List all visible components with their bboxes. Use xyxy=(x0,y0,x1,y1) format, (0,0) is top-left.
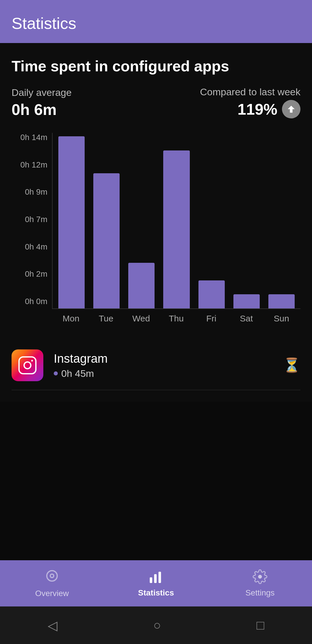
daily-average-value: 0h 6m xyxy=(12,100,72,118)
compared-label: Compared to last week xyxy=(200,86,300,98)
svg-point-1 xyxy=(24,362,31,368)
x-label-thu: Thu xyxy=(163,314,189,323)
app-header: Statistics xyxy=(0,0,312,43)
bar-group-sun xyxy=(268,133,295,308)
instagram-time-dot xyxy=(54,371,58,375)
daily-average-label: Daily average xyxy=(12,87,72,98)
header-title: Statistics xyxy=(12,14,76,32)
x-label-sat: Sat xyxy=(233,314,259,323)
main-content: Time spent in configured apps Daily aver… xyxy=(0,43,312,402)
compared-block: Compared to last week 119% xyxy=(200,86,300,118)
home-button[interactable]: ○ xyxy=(153,618,161,632)
x-label-sun: Sun xyxy=(268,314,295,323)
bar-group-thu xyxy=(163,133,190,308)
bar-wed xyxy=(128,263,155,308)
statistics-icon xyxy=(148,569,164,585)
svg-point-9 xyxy=(258,575,262,579)
bar-mon xyxy=(58,136,85,308)
section-title: Time spent in configured apps xyxy=(12,57,300,75)
app-instagram-item[interactable]: Instagram 0h 45m ⏳ xyxy=(12,341,300,390)
hourglass-icon[interactable]: ⏳ xyxy=(283,357,300,373)
nav-statistics-label: Statistics xyxy=(138,588,174,598)
nav-settings-label: Settings xyxy=(245,588,274,598)
y-label-3: 0h 7m xyxy=(12,215,47,224)
y-axis: 0h 14m 0h 12m 0h 9m 0h 7m 0h 4m 0h 2m 0h… xyxy=(12,133,52,323)
y-label-4: 0h 4m xyxy=(12,242,47,252)
recents-button[interactable]: □ xyxy=(257,618,264,632)
svg-rect-8 xyxy=(159,572,161,583)
compared-value-row: 119% xyxy=(200,100,300,118)
system-navigation-bar: ◁ ○ □ xyxy=(0,606,312,644)
nav-overview-label: Overview xyxy=(35,589,69,598)
y-label-2: 0h 9m xyxy=(12,187,47,197)
bar-sun xyxy=(268,294,295,308)
daily-average-block: Daily average 0h 6m xyxy=(12,87,72,118)
bar-group-tue xyxy=(93,133,120,308)
svg-rect-0 xyxy=(19,357,36,374)
arrow-up-icon xyxy=(282,100,300,118)
svg-rect-6 xyxy=(150,577,152,583)
bar-group-mon xyxy=(58,133,85,308)
svg-point-5 xyxy=(51,575,53,577)
instagram-time-row: 0h 45m xyxy=(54,368,283,379)
y-label-6: 0h 0m xyxy=(12,297,47,306)
instagram-icon xyxy=(12,349,43,381)
bar-sat xyxy=(233,294,260,308)
nav-statistics[interactable]: Statistics xyxy=(104,569,208,598)
x-label-tue: Tue xyxy=(93,314,119,323)
x-label-wed: Wed xyxy=(128,314,154,323)
svg-point-2 xyxy=(31,360,33,362)
instagram-time: 0h 45m xyxy=(61,368,94,379)
chart-inner: MonTueWedThuFriSatSun xyxy=(52,133,300,323)
x-labels: MonTueWedThuFriSatSun xyxy=(52,309,300,323)
y-label-1: 0h 12m xyxy=(12,160,47,170)
bottom-navigation: Overview Statistics Settings xyxy=(0,560,312,606)
back-button[interactable]: ◁ xyxy=(48,618,57,633)
bar-tue xyxy=(93,173,120,308)
overview-icon xyxy=(45,569,59,586)
bar-group-fri xyxy=(198,133,225,308)
x-label-mon: Mon xyxy=(58,314,84,323)
nav-settings[interactable]: Settings xyxy=(208,569,312,598)
bar-group-wed xyxy=(128,133,155,308)
compared-value: 119% xyxy=(237,100,277,118)
settings-icon xyxy=(252,569,268,585)
bar-thu xyxy=(163,150,190,308)
bar-group-sat xyxy=(233,133,260,308)
instagram-name: Instagram xyxy=(54,352,283,366)
x-label-fri: Fri xyxy=(198,314,224,323)
bar-fri xyxy=(198,280,225,308)
stats-summary-row: Daily average 0h 6m Compared to last wee… xyxy=(12,86,300,118)
instagram-info: Instagram 0h 45m xyxy=(54,352,283,379)
nav-overview[interactable]: Overview xyxy=(0,569,104,598)
y-label-0: 0h 14m xyxy=(12,133,47,142)
bar-chart: 0h 14m 0h 12m 0h 9m 0h 7m 0h 4m 0h 2m 0h… xyxy=(12,133,300,323)
svg-rect-7 xyxy=(154,574,157,583)
y-label-5: 0h 2m xyxy=(12,269,47,279)
bars-area xyxy=(52,133,300,309)
